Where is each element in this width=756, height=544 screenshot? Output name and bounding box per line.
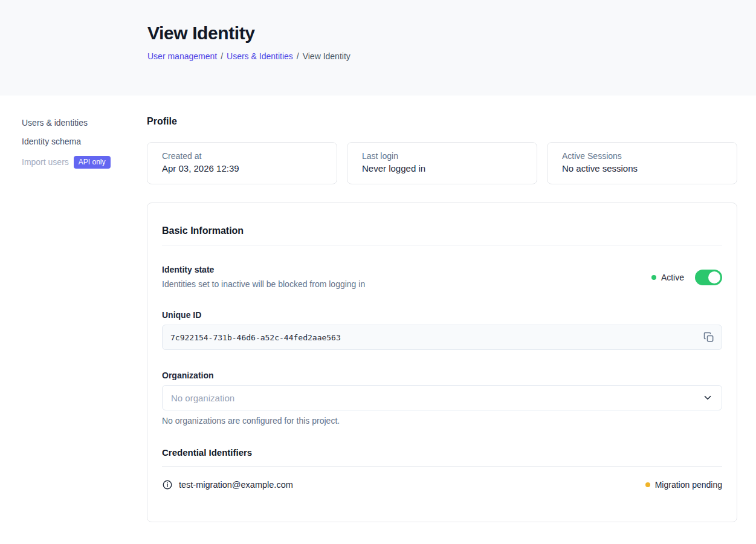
basic-information-heading: Basic Information <box>162 225 722 237</box>
profile-stat-cards: Created at Apr 03, 2026 12:39 Last login… <box>147 142 737 184</box>
breadcrumb-link-users-identities[interactable]: Users & Identities <box>227 51 293 61</box>
status-dot <box>651 275 656 280</box>
organization-label: Organization <box>162 371 722 380</box>
credential-identifier-cell: test-migration@example.com <box>162 479 293 490</box>
stat-card-created-at: Created at Apr 03, 2026 12:39 <box>147 142 337 184</box>
breadcrumb-current: View Identity <box>303 51 351 61</box>
unique-id-label: Unique ID <box>162 310 722 320</box>
stat-label: Created at <box>162 151 322 161</box>
stat-value: No active sessions <box>562 163 722 174</box>
unique-id-input-wrap <box>162 325 722 350</box>
page-header: View Identity User management / Users & … <box>0 0 756 96</box>
divider <box>162 245 722 245</box>
chevron-down-icon <box>702 392 713 403</box>
organization-placeholder: No organization <box>171 393 234 403</box>
sidebar-item-label: Users & identities <box>22 118 88 128</box>
breadcrumb-separator: / <box>297 51 299 61</box>
identity-status: Active <box>651 273 684 282</box>
credential-identifier: test-migration@example.com <box>179 480 293 490</box>
sidebar-item-import-users[interactable]: Import users API only <box>22 156 147 169</box>
identity-state-row: Identity state Identities set to inactiv… <box>162 265 722 290</box>
stat-label: Last login <box>362 151 522 161</box>
credential-row: test-migration@example.com Migration pen… <box>162 479 722 490</box>
organization-field: Organization No organization No organiza… <box>162 371 722 426</box>
credential-status-label: Migration pending <box>655 480 722 490</box>
credential-status-dot <box>645 482 650 487</box>
stat-value: Never logged in <box>362 163 522 174</box>
main-content: Profile Created at Apr 03, 2026 12:39 La… <box>147 96 737 522</box>
identity-state-description: Identities set to inactive will be block… <box>162 279 365 290</box>
identity-state-controls: Active <box>651 270 722 285</box>
copy-icon <box>703 331 715 343</box>
sidebar-item-users-identities[interactable]: Users & identities <box>22 118 147 128</box>
identity-state-text: Identity state Identities set to inactiv… <box>162 265 365 290</box>
breadcrumb-link-user-management[interactable]: User management <box>147 51 217 61</box>
organization-select[interactable]: No organization <box>162 385 722 410</box>
credential-status: Migration pending <box>645 480 722 490</box>
divider <box>162 466 722 467</box>
stat-label: Active Sessions <box>562 151 722 161</box>
copy-button[interactable] <box>700 329 717 346</box>
stat-card-last-login: Last login Never logged in <box>347 142 537 184</box>
basic-information-panel: Basic Information Identity state Identit… <box>147 202 737 522</box>
profile-heading: Profile <box>147 115 737 128</box>
identity-state-toggle[interactable] <box>695 270 722 285</box>
sidebar-item-identity-schema[interactable]: Identity schema <box>22 137 147 146</box>
sidebar-item-label: Identity schema <box>22 137 81 146</box>
stat-value: Apr 03, 2026 12:39 <box>162 163 322 174</box>
status-label: Active <box>661 273 684 282</box>
page-title: View Identity <box>147 22 756 45</box>
identity-state-label: Identity state <box>162 265 365 274</box>
breadcrumb-separator: / <box>221 51 223 61</box>
unique-id-field: Unique ID <box>162 310 722 350</box>
organization-helper-text: No organizations are configured for this… <box>162 416 722 426</box>
stat-card-active-sessions: Active Sessions No active sessions <box>547 142 737 184</box>
unique-id-input[interactable] <box>162 325 722 350</box>
api-only-badge: API only <box>74 156 111 169</box>
breadcrumb: User management / Users & Identities / V… <box>147 51 756 61</box>
sidebar-item-label: Import users <box>22 158 69 167</box>
toggle-knob <box>708 271 720 283</box>
info-icon <box>162 479 173 490</box>
credential-identifiers-heading: Credential Identifiers <box>162 447 722 458</box>
sidebar: Users & identities Identity schema Impor… <box>0 96 147 522</box>
